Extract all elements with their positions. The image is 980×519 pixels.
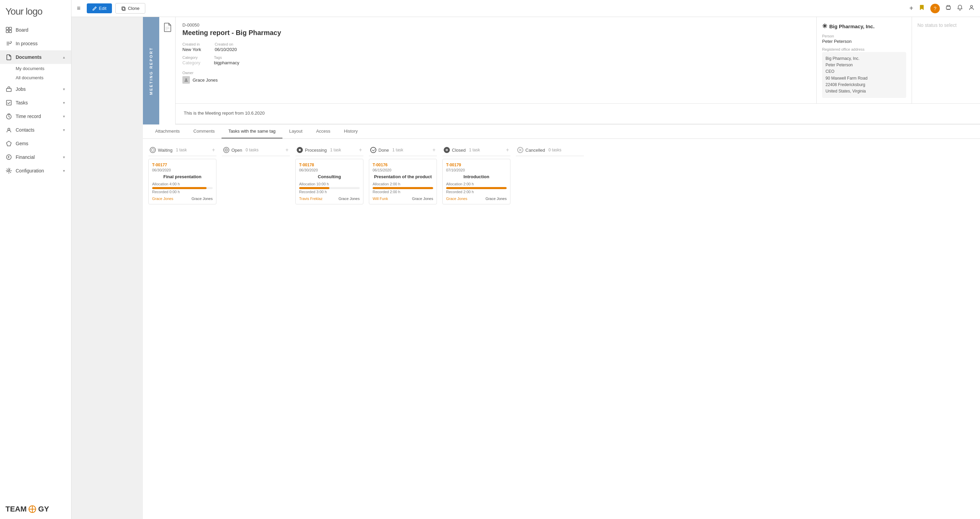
tab-tasks-same-tag[interactable]: Tasks with the same tag bbox=[221, 124, 282, 138]
task-card-T00176[interactable]: T-00176 06/15/2020 Presentation of the p… bbox=[369, 159, 437, 205]
tasks-arrow: ▼ bbox=[62, 101, 66, 105]
waiting-add-btn[interactable]: + bbox=[212, 147, 215, 153]
documents-arrow: ▲ bbox=[62, 56, 66, 59]
address-box: Big Pharmacy, Inc. Peter Peterson CEO 90… bbox=[822, 52, 906, 98]
svg-point-22 bbox=[151, 149, 154, 151]
task-date: 06/30/2020 bbox=[299, 168, 360, 172]
closed-add-btn[interactable]: + bbox=[506, 147, 509, 153]
sidebar-item-financial[interactable]: Financial ▼ bbox=[0, 150, 71, 164]
bell-icon[interactable] bbox=[957, 5, 963, 12]
kanban-board: Waiting 1 task + T-00177 06/30/2020 Fina… bbox=[143, 139, 980, 213]
menu-icon[interactable]: ≡ bbox=[77, 5, 81, 12]
sidebar-item-board[interactable]: Board bbox=[0, 23, 71, 37]
alloc-label: Allocation 2:00 h bbox=[372, 182, 433, 186]
time-record-label: Time record bbox=[16, 114, 41, 119]
recorded-label: Recorded 2:00 h bbox=[446, 190, 507, 194]
done-icon bbox=[370, 147, 376, 153]
sidebar-item-configuration[interactable]: Configuration ▼ bbox=[0, 164, 71, 178]
document-wrapper: MEETING REPORT D-00050 Meet bbox=[143, 17, 980, 124]
kanban-col-waiting: Waiting 1 task + T-00177 06/30/2020 Fina… bbox=[148, 144, 216, 207]
progress-fill bbox=[446, 187, 507, 189]
contacts-icon bbox=[5, 127, 12, 133]
sidebar: Your logo Board In process Documents ▲ M… bbox=[0, 0, 72, 519]
open-count: 0 tasks bbox=[246, 148, 259, 152]
created-in-value: New York bbox=[182, 47, 201, 52]
open-add-btn[interactable]: + bbox=[285, 147, 288, 153]
svg-point-25 bbox=[299, 149, 301, 151]
owner-avatar bbox=[182, 76, 190, 84]
add-icon[interactable]: + bbox=[909, 5, 913, 12]
sidebar-item-time-record[interactable]: Time record ▼ bbox=[0, 110, 71, 123]
task-owner: Grace Jones bbox=[412, 197, 433, 201]
col-header-closed: Closed 1 task + bbox=[442, 144, 511, 156]
task-id: T-00176 bbox=[372, 163, 433, 167]
processing-add-btn[interactable]: + bbox=[359, 147, 362, 153]
financial-label: Financial bbox=[16, 154, 35, 160]
edit-button[interactable]: Edit bbox=[87, 3, 112, 13]
jobs-label: Jobs bbox=[16, 86, 26, 92]
task-card-T00179[interactable]: T-00179 07/10/2020 Introduction Allocati… bbox=[442, 159, 511, 205]
sidebar-item-my-documents[interactable]: My documents bbox=[16, 64, 71, 73]
svg-marker-8 bbox=[6, 141, 11, 146]
sidebar-bottom: TEAM GY bbox=[0, 499, 71, 519]
closed-count: 1 task bbox=[469, 148, 480, 152]
task-footer: Grace Jones Grace Jones bbox=[152, 197, 213, 201]
tab-attachments[interactable]: Attachments bbox=[148, 124, 186, 138]
tab-layout[interactable]: Layout bbox=[282, 124, 309, 138]
sidebar-item-contacts[interactable]: Contacts ▼ bbox=[0, 123, 71, 137]
progress-bar bbox=[152, 187, 213, 189]
sidebar-item-tasks[interactable]: Tasks ▼ bbox=[0, 96, 71, 110]
tab-history[interactable]: History bbox=[337, 124, 364, 138]
documents-label: Documents bbox=[16, 54, 41, 60]
processing-icon bbox=[297, 147, 303, 153]
done-add-btn[interactable]: + bbox=[433, 147, 436, 153]
svg-point-27 bbox=[447, 150, 447, 151]
tab-comments[interactable]: Comments bbox=[186, 124, 221, 138]
documents-icon bbox=[5, 54, 12, 60]
svg-rect-4 bbox=[6, 89, 11, 92]
addr-1: Big Pharmacy, Inc. bbox=[826, 56, 903, 62]
sidebar-nav: Board In process Documents ▲ My document… bbox=[0, 23, 71, 499]
bookmark-icon[interactable] bbox=[919, 5, 925, 12]
col-header-waiting: Waiting 1 task + bbox=[148, 144, 216, 156]
jobs-arrow: ▼ bbox=[62, 87, 66, 91]
col-header-cancelled: Cancelled 0 tasks bbox=[516, 144, 584, 156]
created-on-value: 06/10/2020 bbox=[215, 47, 237, 52]
user-icon[interactable] bbox=[969, 5, 975, 12]
doc-status: No status to select bbox=[912, 17, 980, 103]
time-record-icon bbox=[5, 113, 12, 120]
task-assignee: Grace Jones bbox=[446, 197, 467, 201]
svg-point-24 bbox=[226, 149, 227, 151]
cancelled-title: Cancelled bbox=[525, 148, 545, 153]
doc-fields-2: Category Category Tags bigpharmacy bbox=[182, 56, 810, 65]
board-icon bbox=[5, 27, 12, 33]
col-header-open: Open 0 tasks + bbox=[222, 144, 290, 156]
board-label: Board bbox=[16, 27, 28, 33]
print-icon[interactable] bbox=[945, 5, 951, 12]
waiting-icon bbox=[150, 147, 156, 153]
waiting-count: 1 task bbox=[176, 148, 187, 152]
help-icon[interactable]: ? bbox=[930, 4, 940, 13]
svg-rect-2 bbox=[6, 30, 8, 33]
owner-label: Owner bbox=[182, 71, 810, 75]
svg-rect-3 bbox=[9, 30, 11, 33]
sidebar-item-documents[interactable]: Documents ▲ bbox=[0, 50, 71, 64]
task-card-T00177[interactable]: T-00177 06/30/2020 Final presentation Al… bbox=[148, 159, 216, 205]
sidebar-item-jobs[interactable]: Jobs ▼ bbox=[0, 82, 71, 96]
sidebar-item-all-documents[interactable]: All documents bbox=[16, 73, 71, 82]
tab-access[interactable]: Access bbox=[309, 124, 337, 138]
sidebar-item-gems[interactable]: Gems bbox=[0, 137, 71, 150]
time-record-arrow: ▼ bbox=[62, 114, 66, 118]
documents-submenu: My documents All documents bbox=[0, 64, 71, 82]
teamogy-logo: TEAM GY bbox=[5, 505, 66, 514]
category-value: Category bbox=[182, 60, 200, 65]
doc-title: Meeting report - Big Pharmacy bbox=[182, 29, 810, 37]
closed-icon bbox=[444, 147, 450, 153]
clone-button[interactable]: Clone bbox=[115, 3, 145, 14]
svg-point-21 bbox=[185, 79, 187, 80]
sidebar-item-in-process[interactable]: In process bbox=[0, 37, 71, 50]
created-on-field: Created on 06/10/2020 bbox=[215, 42, 237, 52]
task-card-T00178[interactable]: T-00178 06/30/2020 Consulting Allocation… bbox=[295, 159, 363, 205]
tags-value: bigpharmacy bbox=[214, 60, 239, 65]
addr-2: Peter Peterson bbox=[826, 62, 903, 68]
